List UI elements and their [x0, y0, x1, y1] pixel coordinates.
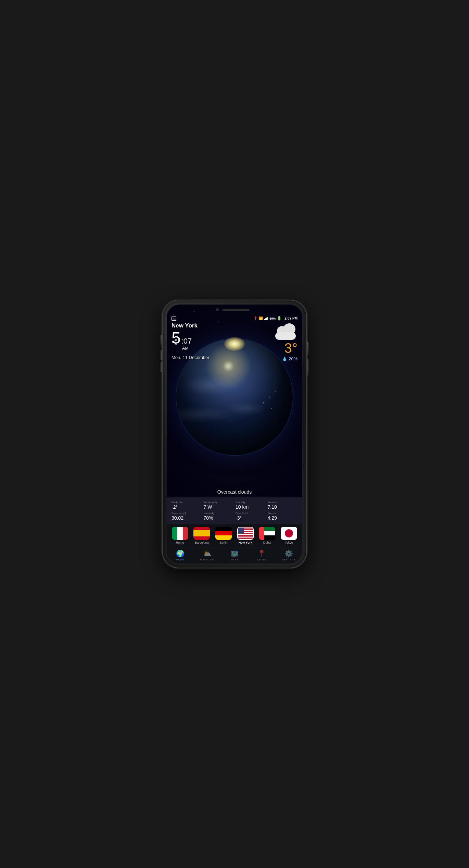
stat-humidity: Humidity 70%	[204, 512, 234, 521]
nav-forecast[interactable]: ⛅ FORECAST	[194, 549, 221, 561]
nav-cities[interactable]: 📍 CITIES	[248, 549, 275, 561]
time-colon-min: :07	[181, 337, 192, 346]
svg-line-3	[174, 342, 175, 343]
maps-icon: 🗺️	[230, 549, 239, 558]
forecast-icon: ⛅	[203, 549, 212, 558]
italy-flag	[172, 527, 188, 540]
stat-visibility: Visibility 10 km	[236, 501, 266, 510]
japan-flag	[281, 527, 297, 540]
stat-visibility-label: Visibility	[236, 501, 266, 504]
speaker	[222, 309, 250, 311]
status-bar: 📍 📶 89% 🔋 2:07 PM	[167, 315, 302, 322]
time-ampm: AM	[182, 346, 192, 351]
stat-sunrise: Sunrise 7:10	[268, 501, 298, 510]
nav-home-label: HOME	[176, 558, 184, 561]
signal-bar-1	[264, 319, 265, 320]
weather-stats: Feels like -2° Wind (m/s) 7 W Visibility…	[167, 497, 302, 524]
phone-top-bar	[167, 305, 302, 315]
city-new-york-flag	[237, 527, 254, 540]
stat-sunrise-label: Sunrise	[268, 501, 298, 504]
signal-bar-2	[265, 318, 266, 320]
cloud-icon	[274, 327, 297, 340]
signal-bar-3	[266, 318, 267, 320]
signal-bars	[264, 317, 268, 320]
japan-circle	[285, 529, 293, 537]
city-barcelona[interactable]: Barcelona	[193, 527, 210, 544]
location-icon: 📍	[253, 317, 257, 320]
home-icon: 🌍	[176, 549, 185, 558]
nav-maps-label: MAPS	[231, 558, 238, 561]
stat-wind: Wind (m/s) 7 W	[204, 501, 234, 510]
city-dubai-flag	[259, 527, 275, 540]
city-rome-flag	[172, 527, 188, 540]
stat-dewpoint-label: Dew Point	[236, 512, 266, 515]
cloud-body	[275, 332, 296, 340]
germany-flag	[215, 527, 232, 540]
svg-point-2	[175, 343, 177, 345]
city-tokyo[interactable]: Tokyo	[281, 527, 297, 544]
city-rome[interactable]: Rome	[172, 527, 188, 544]
svg-point-0	[175, 339, 177, 341]
nav-settings[interactable]: ⚙️ SETTINGS	[275, 549, 302, 561]
cities-icon: 📍	[257, 549, 266, 558]
svg-point-1	[172, 341, 174, 343]
stat-sunrise-value: 7:10	[268, 504, 298, 510]
spain-flag	[193, 527, 210, 540]
stat-pressure: Pressure (") 30.02	[172, 512, 202, 521]
nav-cities-label: CITIES	[257, 558, 266, 561]
settings-icon: ⚙️	[284, 549, 293, 558]
status-left	[172, 317, 176, 321]
weather-condition: Overcast clouds	[167, 489, 302, 495]
nav-home[interactable]: 🌍 HOME	[167, 549, 194, 561]
raindrop-icon: 💧	[282, 357, 287, 361]
bottom-nav: 🌍 HOME ⛅ FORECAST 🗺️ MAPS 📍 CITIES ⚙️ SE…	[167, 547, 302, 563]
image-status-icon	[172, 317, 176, 321]
battery-percent: 89%	[269, 317, 276, 320]
share-icon[interactable]	[172, 339, 178, 346]
rain-chance: 💧 20%	[282, 356, 297, 361]
city-tokyo-label: Tokyo	[285, 541, 293, 544]
stat-pressure-label: Pressure (")	[172, 512, 202, 515]
city-barcelona-label: Barcelona	[195, 541, 209, 544]
temperature-display: 3° 💧 20%	[274, 327, 297, 361]
city-shortcuts: Rome Barcelona Berlin	[167, 524, 302, 547]
city-dubai[interactable]: Dubai	[259, 527, 275, 544]
stat-wind-value: 7 W	[204, 504, 234, 510]
stat-visibility-value: 10 km	[236, 504, 266, 510]
stat-pressure-value: 30.02	[172, 515, 202, 521]
city-berlin[interactable]: Berlin	[215, 527, 232, 544]
stat-feels-like: Feels like -2°	[172, 501, 202, 510]
phone-device: 📍 📶 89% 🔋 2:07 PM	[163, 300, 306, 568]
rain-percent: 20%	[289, 356, 297, 361]
status-right: 📍 📶 89% 🔋 2:07 PM	[253, 316, 297, 321]
city-rome-label: Rome	[176, 541, 184, 544]
svg-line-4	[174, 340, 175, 342]
weather-main: New York 5 :07 AM Mon, 11 December	[167, 305, 302, 497]
stat-sunset-label: Sunset	[268, 512, 298, 515]
city-tokyo-flag	[281, 527, 297, 540]
signal-bar-4	[267, 317, 268, 320]
stat-dewpoint: Dew Point -3°	[236, 512, 266, 521]
stat-dewpoint-value: -3°	[236, 515, 266, 521]
nav-maps[interactable]: 🗺️ MAPS	[221, 549, 248, 561]
clock: 2:07 PM	[284, 317, 297, 320]
city-new-york[interactable]: New York	[237, 527, 254, 544]
stat-wind-label: Wind (m/s)	[204, 501, 234, 504]
city-new-york-label: New York	[239, 541, 252, 544]
camera	[216, 308, 219, 311]
stat-humidity-label: Humidity	[204, 512, 234, 515]
nav-settings-label: SETTINGS	[282, 558, 295, 561]
stat-humidity-value: 70%	[204, 515, 234, 521]
usa-flag	[238, 528, 253, 539]
city-berlin-flag	[215, 527, 232, 540]
stat-feels-like-value: -2°	[172, 504, 202, 510]
city-barcelona-flag	[193, 527, 210, 540]
city-berlin-label: Berlin	[220, 541, 228, 544]
uae-flag	[259, 527, 275, 540]
phone-screen: 📍 📶 89% 🔋 2:07 PM	[167, 305, 302, 563]
temperature-value: 3°	[284, 341, 297, 355]
stat-feels-like-label: Feels like	[172, 501, 202, 504]
stat-sunset-value: 4:29	[268, 515, 298, 521]
city-dubai-label: Dubai	[263, 541, 271, 544]
wifi-icon: 📶	[259, 317, 263, 320]
